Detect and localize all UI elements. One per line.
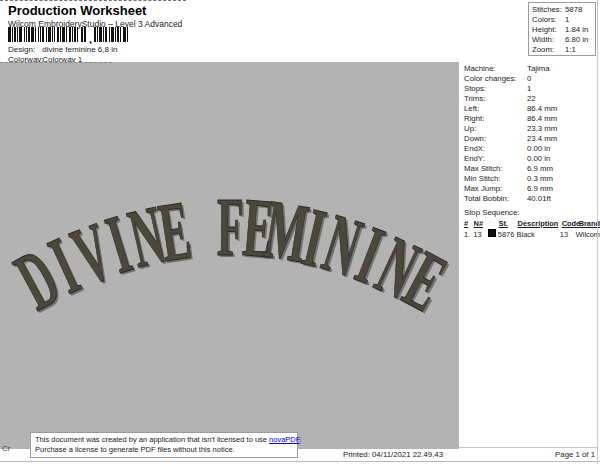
info-value: 0.00 in [527,144,550,153]
stat-value: 6.80 in [565,35,588,44]
cell-num: 1. [464,230,473,239]
page-number: Page 1 of 1 [555,450,595,459]
design-value: divine feminine 6,8 in [42,45,117,54]
info-label: Up: [464,124,527,134]
info-row-right: Right:86.4 mm [464,114,600,124]
info-value: 22 [527,94,536,103]
col-header-num: # [464,219,474,228]
canvas-top-tick-marks [0,62,112,63]
info-row-up: Up:23.3 mm [464,124,600,134]
col-header-code: Code [562,219,579,228]
notice-line2: Purchase a license to generate PDF files… [35,445,293,455]
stat-zoom: Zoom:1:1 [532,45,595,55]
page-top-tick-marks [0,0,186,1]
stat-height: Height:1.84 in [532,25,595,35]
cell-swatch [488,229,497,239]
info-row-stops: Stops:1 [464,84,600,94]
stat-value: 1:1 [565,45,576,54]
info-row-color-changes: Color changes:0 [464,74,600,84]
stop-sequence-header: # N# St. Description Code Brand [464,219,600,228]
info-row-total-bobbin: Total Bobbin:40.01ft [464,194,600,204]
info-label: Down: [464,134,527,144]
info-value: 86.4 mm [527,104,557,113]
info-label: Max Jump: [464,184,527,194]
info-row-trims: Trims:22 [464,94,600,104]
stop-sequence-title: Stop Sequence: [464,208,600,218]
info-row-max-jump: Max Jump:6.9 mm [464,184,600,194]
info-value: 23.4 mm [527,134,557,143]
notice-text-period: . [300,435,302,444]
footer-bottom-rule [0,461,600,462]
stat-label: Stitches: [532,5,565,15]
info-value: 1 [527,84,531,93]
notice-line1: This document was created by an applicat… [35,435,293,445]
info-row-max-stitch: Max Stitch:6.9 mm [464,164,600,174]
info-label: Left: [464,104,527,114]
info-label: EndY: [464,154,527,164]
info-row-min-stitch: Min Stitch:0.3 mm [464,174,600,184]
embroidery-design-divine-feminine: DIVINEFEMININEDIVINEFEMININE [0,62,459,449]
col-header-n: N# [474,219,489,228]
notice-text: This document was created by an applicat… [35,435,269,444]
stat-label: Colors: [532,15,565,25]
info-label: Total Bobbin: [464,194,527,204]
stat-value: 1 [565,15,569,24]
cell-description: Black [517,230,560,239]
info-row-left: Left:86.4 mm [464,104,600,114]
info-label: Color changes: [464,74,527,84]
info-label: Max Stitch: [464,164,527,174]
stat-value: 1.84 in [565,25,588,34]
design-letter: F [217,180,244,273]
svg-text:,: , [89,33,92,44]
machine-info-panel: Machine:Tajima Color changes:0 Stops:1 T… [459,62,600,464]
thread-color-swatch [488,229,496,237]
info-value: 23.3 mm [527,124,557,133]
stat-stitches: Stitches:5878 [532,5,595,15]
design-label: Design: [8,45,40,54]
info-label: Machine: [464,64,527,74]
stat-label: Height: [532,25,565,35]
info-value: 86.4 mm [527,114,557,123]
stats-box: Stitches:5878 Colors:1 Height:1.84 in Wi… [528,2,596,56]
info-label: Stops: [464,84,527,94]
page-title: Production Worksheet [8,3,146,18]
info-value: 6.9 mm [527,184,553,193]
novapdf-notice-box: This document was created by an applicat… [30,432,298,458]
col-header-st: St. [498,219,517,228]
info-label: Trims: [464,94,527,104]
stat-label: Zoom: [532,45,565,55]
info-row-down: Down:23.4 mm [464,134,600,144]
info-value: 6.9 mm [527,164,553,173]
info-value: 0 [527,74,531,83]
barcode: , [8,27,164,44]
truncated-created-text: Cr [2,444,10,453]
design-row: Design: divine feminine 6,8 in [8,45,117,54]
cell-st: 5876 [498,230,517,239]
info-value: 0.3 mm [527,174,553,183]
info-label: Right: [464,114,527,124]
stat-value: 5878 [565,5,582,14]
stat-label: Width: [532,35,565,45]
cell-code: 13 [560,230,576,239]
info-value: 40.01ft [527,194,551,203]
info-row-endx: EndX:0.00 in [464,144,600,154]
design-canvas: DIVINEFEMININEDIVINEFEMININE [0,62,459,449]
info-label: EndX: [464,144,527,154]
info-value: Tajima [527,64,550,73]
production-worksheet-page: Production Worksheet Wilcom EmbroiderySt… [0,0,600,464]
info-row-machine: Machine:Tajima [464,64,600,74]
info-row-endy: EndY:0.00 in [464,154,600,164]
info-label: Min Stitch: [464,174,527,184]
page-right-edge-line [597,0,598,464]
stat-width: Width:6.80 in [532,35,595,45]
printed-timestamp: Printed: 04/11/2021 22.49.43 [343,450,443,459]
cell-n: 13 [473,230,488,239]
col-header-description: Description [518,219,562,228]
novapdf-link[interactable]: novaPDF [269,435,299,444]
info-value: 0.00 in [527,154,550,163]
footer-separator-right [459,447,597,448]
stop-sequence-row: 1. 13 5876 Black 13 Wilcom [464,229,600,239]
stat-colors: Colors:1 [532,15,595,25]
